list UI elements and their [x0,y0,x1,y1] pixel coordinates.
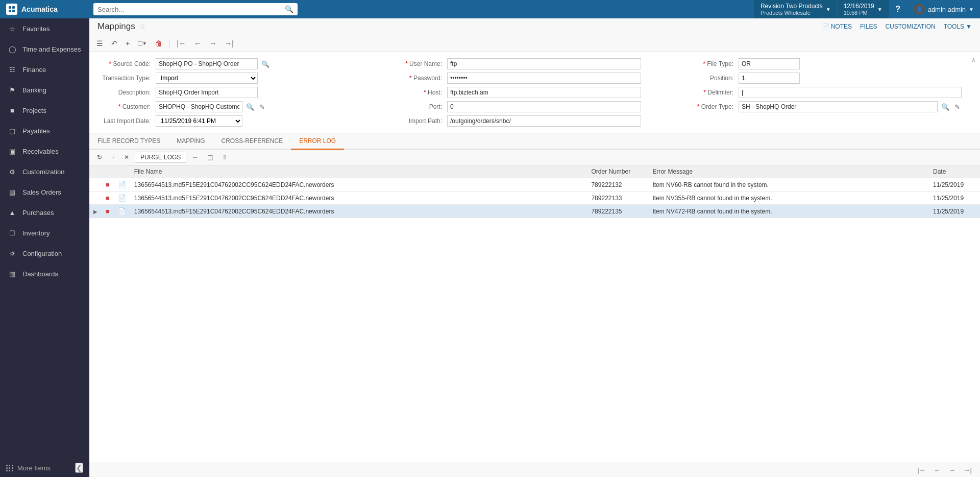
favorite-star-icon[interactable]: ☆ [139,22,146,31]
branch-selector[interactable]: Revision Two Products Products Wholesale… [754,0,837,18]
customization-button[interactable]: CUSTOMIZATION [885,23,935,30]
table-grid-btn[interactable]: ◫ [204,152,216,163]
dashboards-icon: ▦ [7,269,17,279]
pager-last-btn[interactable]: →| [962,465,974,475]
branch-text: Revision Two Products Products Wholesale [761,3,823,16]
finance-icon: ☷ [7,64,17,75]
position-input[interactable] [739,73,800,84]
tools-button[interactable]: TOOLS ▼ [944,23,972,30]
sidebar-item-sales-orders[interactable]: ▤ Sales Orders [0,182,89,202]
sidebar-item-dashboards[interactable]: ▦ Dashboards [0,264,89,284]
position-row: Position: [680,73,962,84]
order-type-input[interactable] [739,101,938,112]
form-collapse-btn[interactable]: ∧ [971,56,976,63]
customer-search-icon[interactable]: 🔍 [244,103,256,111]
app-logo[interactable]: Acumatica [0,4,89,15]
source-code-label: Source Code: [97,60,154,67]
form-grid: Source Code: 🔍 Transaction Type: Import … [97,58,972,127]
pager-prev-btn[interactable]: ← [932,465,943,475]
tab-error-log[interactable]: ERROR LOG [291,133,344,150]
sidebar-item-purchases[interactable]: ▲ Purchases [0,202,89,223]
search-input[interactable] [97,6,285,13]
file-type-input[interactable] [739,58,800,69]
search-button[interactable]: 🔍 [285,5,293,13]
tab-cross-reference[interactable]: CROSS-REFERENCE [213,133,291,150]
tab-mapping[interactable]: MAPPING [168,133,213,150]
prev-btn[interactable]: ← [191,37,204,50]
add-btn[interactable]: + [122,37,133,50]
row-filename-3: 13656544513.md5F15E291C04762002CC95C624E… [130,205,587,218]
table-export-btn[interactable]: ⇧ [218,152,231,163]
last-import-date-select[interactable]: 11/25/2019 6:41 PM [156,115,242,127]
pager-first-btn[interactable]: |← [915,465,927,475]
copy-btn[interactable]: □ ▼ [135,37,150,50]
sidebar-collapse-btn[interactable]: ❮ [75,463,83,473]
first-btn[interactable]: |← [174,37,189,50]
order-type-label: Order Type: [680,103,737,110]
search-bar[interactable]: 🔍 [93,3,298,15]
last-btn[interactable]: →| [222,37,237,50]
row-order-3: 789222135 [587,205,648,218]
table-row[interactable]: ▶ ■ 📄 13656544513.md5F15E291C04762002CC9… [89,205,980,218]
table-row[interactable]: ■ 📄 13656544513.md5F15E291C04762002CC95C… [89,178,980,192]
sidebar-item-finance[interactable]: ☷ Finance [0,59,89,80]
receivables-icon: ▣ [7,146,17,156]
customer-edit-icon[interactable]: ✎ [258,103,266,111]
pager-next-btn[interactable]: → [947,465,958,475]
star-icon: ☆ [7,23,17,34]
description-input[interactable] [156,87,258,98]
svg-rect-0 [9,6,11,9]
row-error-1: Item NV60-RB cannot found in the system. [648,178,929,192]
table-refresh-btn[interactable]: ↻ [93,152,106,163]
datetime-selector[interactable]: 12/16/2019 10:58 PM ▼ [837,0,889,18]
delimiter-input[interactable] [739,87,962,98]
toggle-btn[interactable]: ☰ [93,37,106,50]
order-type-search-icon[interactable]: 🔍 [940,103,951,111]
content-header: Mappings ☆ 📄 NOTES FILES CUSTOMIZATION T… [89,18,980,35]
order-type-edit-icon[interactable]: ✎ [953,103,962,111]
purchases-icon: ▲ [7,207,17,218]
username-input[interactable] [447,58,641,69]
sidebar-item-customization[interactable]: ⚙ Customization [0,161,89,182]
source-code-row: Source Code: 🔍 [97,58,379,69]
port-row: Port: [389,101,670,112]
purge-logs-btn[interactable]: PURGE LOGS [135,152,186,163]
sidebar-label-favorites: Favorites [22,25,50,33]
customer-input[interactable] [156,101,242,112]
user-menu[interactable]: 👤 admin admin ▼ [907,0,980,18]
transaction-type-select[interactable]: Import [156,73,258,84]
undo-btn[interactable]: ↶ [108,37,120,50]
sidebar-item-configuration[interactable]: ⛭ Configuration [0,243,89,264]
error-log-table: File Name Order Number Error Message Dat… [89,165,980,218]
port-input[interactable] [447,101,641,112]
host-input[interactable] [447,87,641,98]
help-button[interactable]: ? [889,0,907,18]
tab-file-record-types[interactable]: FILE RECORD TYPES [89,133,168,150]
import-path-input[interactable] [447,115,641,127]
sidebar-item-inventory[interactable]: ☐ Inventory [0,223,89,243]
notes-button[interactable]: 📄 NOTES [822,23,852,30]
host-row: Host: [389,87,670,98]
delete-btn[interactable]: 🗑 [152,37,165,50]
table-add-btn[interactable]: + [108,152,118,163]
more-items-btn[interactable]: More Items [6,464,51,472]
sidebar-item-projects[interactable]: ■ Projects [0,100,89,121]
source-code-search-icon[interactable]: 🔍 [260,60,271,68]
password-input[interactable] [447,73,641,84]
next-btn[interactable]: → [206,37,219,50]
table-delete-btn[interactable]: ✕ [120,152,133,163]
sidebar-item-receivables[interactable]: ▣ Receivables [0,141,89,161]
table-row[interactable]: ■ 📄 13656544513.md5F15E291C04762002CC95C… [89,192,980,205]
import-path-row: Import Path: [389,115,670,127]
payables-icon: ▢ [7,126,17,136]
datetime-chevron-icon: ▼ [877,7,883,12]
source-code-input[interactable] [156,58,258,69]
files-button[interactable]: FILES [860,23,877,30]
sidebar-item-time-expenses[interactable]: ◯ Time and Expenses [0,39,89,59]
sidebar-item-banking[interactable]: ⚑ Banking [0,80,89,100]
row-expand-1 [89,178,102,192]
sidebar-item-favorites[interactable]: ☆ Favorites [0,18,89,39]
sidebar-item-payables[interactable]: ▢ Payables [0,121,89,141]
table-fit-btn[interactable]: ↔ [188,152,202,163]
delimiter-row: Delimiter: [680,87,962,98]
